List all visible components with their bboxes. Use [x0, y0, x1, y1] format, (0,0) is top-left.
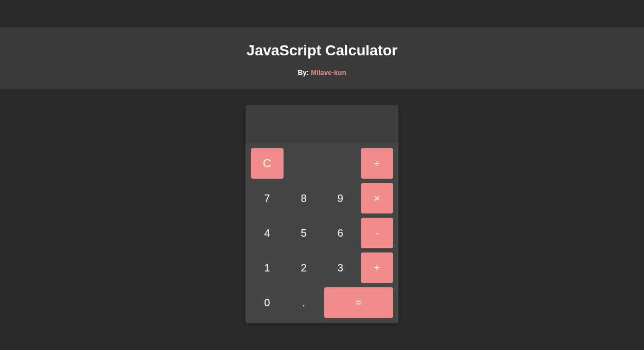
- blank-cell: [323, 147, 358, 180]
- nine-button[interactable]: 9: [323, 182, 358, 215]
- one-button[interactable]: 1: [250, 251, 285, 284]
- decimal-button[interactable]: .: [287, 286, 321, 319]
- calculator-display: [246, 105, 398, 143]
- two-button[interactable]: 2: [287, 251, 321, 284]
- calculator-container: C ÷ 7 8 9 × 4 5 6 - 1 2 3 + 0 . =: [0, 105, 644, 323]
- four-button[interactable]: 4: [250, 217, 285, 249]
- calculator: C ÷ 7 8 9 × 4 5 6 - 1 2 3 + 0 . =: [246, 105, 398, 323]
- clear-button[interactable]: C: [251, 148, 284, 179]
- zero-button[interactable]: 0: [250, 286, 285, 319]
- six-button[interactable]: 6: [323, 217, 358, 249]
- page-header: JavaScript Calculator By: Milave-kun: [0, 27, 644, 89]
- five-button[interactable]: 5: [287, 217, 321, 249]
- author-byline: By: Milave-kun: [0, 69, 644, 76]
- blank-cell: [287, 147, 321, 180]
- equals-button[interactable]: =: [324, 287, 393, 318]
- three-button[interactable]: 3: [323, 251, 358, 284]
- by-prefix: By:: [298, 69, 311, 76]
- eight-button[interactable]: 8: [287, 182, 321, 215]
- author-link[interactable]: Milave-kun: [311, 69, 346, 76]
- calculator-keypad: C ÷ 7 8 9 × 4 5 6 - 1 2 3 + 0 . =: [246, 143, 398, 323]
- subtract-button[interactable]: -: [361, 218, 394, 248]
- divide-button[interactable]: ÷: [361, 148, 394, 179]
- multiply-button[interactable]: ×: [361, 183, 394, 213]
- seven-button[interactable]: 7: [250, 182, 285, 215]
- page-title: JavaScript Calculator: [0, 42, 644, 59]
- add-button[interactable]: +: [361, 252, 394, 283]
